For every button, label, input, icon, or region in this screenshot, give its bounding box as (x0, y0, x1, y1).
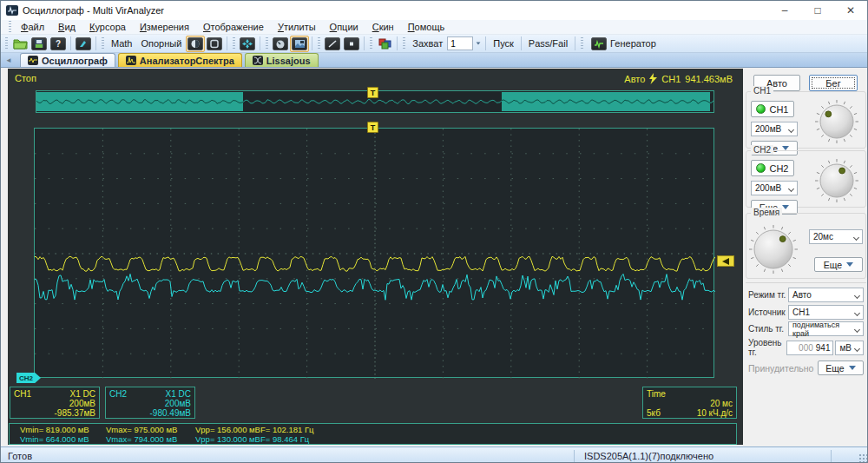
move-button[interactable] (238, 36, 257, 52)
timebase-value: 20мс (813, 232, 833, 241)
ch2-vertical-knob[interactable] (814, 158, 859, 203)
minimize-button[interactable]: – (768, 1, 801, 20)
display-mode-icon (187, 37, 203, 50)
tab-scroll-left-icon[interactable]: ◄ (3, 54, 15, 67)
menu-item-file[interactable]: Файл (14, 20, 51, 34)
tab-oscilloscope[interactable]: Осциллограф (20, 53, 115, 67)
maximize-button[interactable]: □ (801, 1, 834, 20)
toolbar-separator (70, 36, 71, 50)
content: Стоп Авто CH1 941.463мВ T T CH2 (1, 69, 868, 446)
start-button[interactable]: Пуск (489, 36, 518, 52)
timebase-more-button[interactable]: Еще (814, 257, 863, 272)
measurements-box: Vmin= 819.000 мВ Vmax= 975.000 мВ Vpp= 1… (9, 423, 737, 445)
ch2-measurements-row: Vmin= 664.000 мВ Vmax= 794.000 мВ Vpp= 1… (20, 434, 736, 444)
control-panel: Авто Бег CH1 CH1 200мВ Еще CH2 (743, 69, 868, 446)
probe-tool-button[interactable] (74, 36, 93, 52)
ch1-vertical-knob[interactable] (814, 99, 859, 144)
snapshot-button[interactable] (290, 36, 309, 52)
menu-item-cursors[interactable]: Курсора (82, 20, 133, 34)
menubar-grip[interactable] (9, 21, 11, 34)
capture-label: Захват (408, 36, 447, 52)
save-button[interactable] (30, 36, 49, 52)
ch1-scale-select[interactable]: 200мВ (751, 122, 798, 136)
toolbar-separator (575, 36, 575, 50)
open-file-button[interactable] (10, 36, 30, 52)
menu-item-utilities[interactable]: Утилиты (271, 20, 323, 34)
display-mode-button[interactable] (186, 36, 205, 52)
line-cursor-button[interactable] (323, 36, 342, 52)
gauge-button[interactable] (271, 36, 290, 52)
dot-cursor-button[interactable] (342, 36, 361, 52)
toolbar-grip[interactable] (233, 37, 235, 50)
trigger-style-select[interactable]: подниматься край (788, 321, 864, 336)
chevron-down-icon (476, 42, 480, 44)
toolbar-grip[interactable] (403, 37, 405, 50)
ch1-scale: 200мВ (14, 399, 95, 408)
toolbar-grip[interactable] (5, 37, 8, 50)
toolbar-grip[interactable] (318, 37, 320, 50)
ch2-group-label: CH2 (751, 145, 773, 155)
menu-item-display[interactable]: Отображение (196, 20, 271, 34)
ch1-enable-button[interactable]: CH1 (751, 101, 794, 117)
line-cursor-icon (325, 37, 340, 50)
help-button[interactable]: ? (49, 36, 68, 52)
resize-grip[interactable] (858, 453, 867, 462)
passfail-button[interactable]: Pass/Fail (524, 36, 572, 52)
frame-button[interactable] (205, 36, 224, 52)
toolbar-grip[interactable] (266, 37, 268, 50)
statusbar-separator (574, 450, 575, 462)
timebase-select[interactable]: 20мс (809, 229, 863, 244)
trigger-more-button[interactable]: Еще (818, 360, 864, 375)
math-button[interactable]: Math (107, 36, 136, 52)
ch2-scale-value: 200мВ (755, 183, 781, 193)
timebase-knob[interactable] (748, 224, 799, 274)
ch2-frequency: F= 98.464 Гц (260, 434, 309, 444)
capture-count-input[interactable] (447, 36, 473, 50)
close-button[interactable]: ✕ (834, 1, 867, 20)
reference-button[interactable]: Опорный (136, 36, 186, 52)
chevron-down-icon (782, 205, 789, 209)
trigger-source-select[interactable]: CH1 (788, 305, 864, 320)
menu-item-measurements[interactable]: Измерения (133, 20, 196, 34)
window-controls: – □ ✕ (768, 1, 867, 20)
waveform-display[interactable] (34, 128, 714, 378)
trigger-mode-select[interactable]: Авто (788, 288, 864, 302)
ch1-scale-value: 200мВ (755, 124, 781, 134)
tab-lissajous[interactable]: Lissajous (245, 53, 319, 67)
menu-item-skin[interactable]: Скин (365, 20, 401, 34)
menu-item-options[interactable]: Опции (323, 20, 365, 34)
toolbar-grip[interactable] (581, 37, 583, 50)
ch2-scale: 200мВ (109, 399, 191, 408)
menu-item-view[interactable]: Вид (51, 20, 82, 34)
statusbar: Готов ISDS205A(1.1)(7)подключено (1, 446, 868, 463)
toolbar-grip[interactable] (370, 37, 372, 50)
run-button[interactable]: Бег (809, 75, 858, 91)
menu-item-help[interactable]: Помощь (401, 20, 452, 34)
display-trigger-flag[interactable]: T (367, 122, 378, 133)
trigger-level-unit-select[interactable]: мВ (835, 341, 864, 355)
ch2-button-label: CH2 (769, 163, 788, 174)
trigger-level-pad: 000 (799, 343, 813, 353)
trigger-source-row: Источник CH1 (748, 305, 864, 320)
ch2-scale-select[interactable]: 200мВ (751, 181, 798, 195)
palette-button[interactable] (375, 36, 394, 52)
generator-button[interactable]: Генератор (586, 36, 661, 52)
status-ready: Готов (8, 451, 32, 461)
toolbar-grip[interactable] (102, 37, 104, 50)
trigger-level-input[interactable]: 000 941 (786, 341, 833, 355)
preview-trigger-flag[interactable]: T (367, 87, 378, 98)
scope-panel: Стоп Авто CH1 941.463мВ T T CH2 (8, 69, 743, 445)
force-trigger-button[interactable]: Принудительно (748, 360, 814, 376)
toolbar-separator (397, 36, 398, 50)
capture-dropdown-button[interactable] (473, 36, 483, 50)
tab-spectrum-analyzer[interactable]: АнализаторСпектра (118, 53, 242, 67)
app-icon (6, 4, 18, 17)
ch2-enable-button[interactable]: CH2 (751, 160, 794, 176)
app-window: Осциллограф - Multi VirAnalyzer – □ ✕ Фа… (0, 0, 868, 463)
oscilloscope-tab-icon (28, 56, 38, 65)
tab-label: Осциллограф (42, 56, 108, 66)
trigger-level-marker[interactable] (717, 255, 734, 267)
trigger-style-value: подниматься край (792, 321, 852, 338)
time-info-box: Time 20 мс 5кб10 кЧ.д/с (642, 387, 737, 419)
ch1-button-label: CH1 (769, 104, 788, 115)
